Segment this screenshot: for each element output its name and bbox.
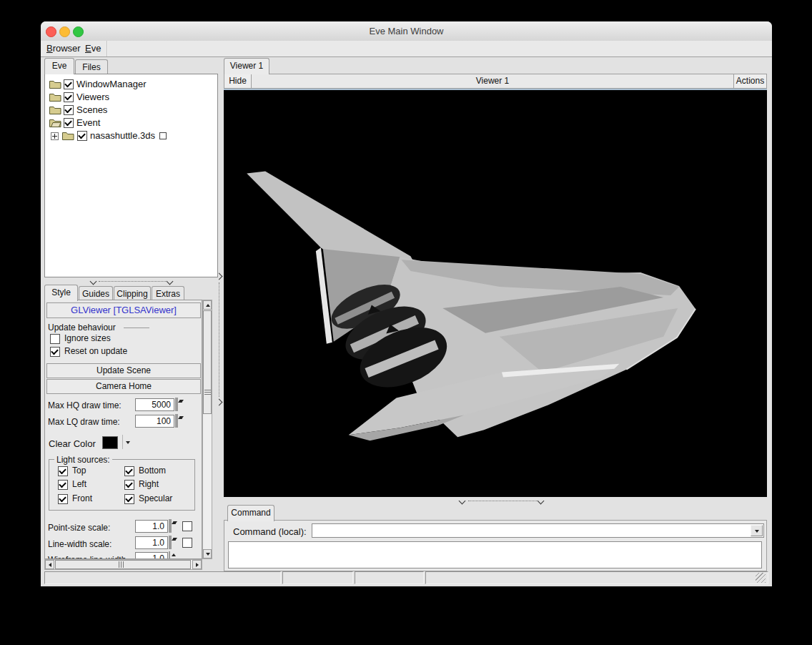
- hscroll-thumb[interactable]: [55, 560, 191, 569]
- tab-eve[interactable]: Eve: [44, 58, 74, 74]
- tab-clipping[interactable]: Clipping: [114, 286, 151, 301]
- eve-tree-view[interactable]: WindowManager Viewers Scenes Event nasas…: [44, 74, 218, 277]
- clear-color-dropdown-icon[interactable]: [126, 441, 130, 444]
- command-dropdown-button[interactable]: [751, 525, 763, 536]
- tree-item-viewers[interactable]: Viewers: [49, 92, 214, 103]
- line-width-label: Line-width scale:: [48, 539, 112, 549]
- tab-extras[interactable]: Extras: [152, 286, 184, 301]
- scroll-right-button[interactable]: [192, 560, 202, 569]
- ignore-sizes-checkbox[interactable]: [50, 334, 60, 344]
- max-hq-label: Max HQ draw time:: [48, 400, 122, 410]
- light-top-checkbox[interactable]: [58, 466, 68, 476]
- line-width-checkbox[interactable]: [182, 538, 192, 548]
- menubar: Browser Eve: [41, 41, 772, 57]
- clear-color-swatch[interactable]: [102, 436, 118, 449]
- tree-item-label[interactable]: Viewers: [76, 92, 109, 102]
- light-front-label[interactable]: Front: [72, 493, 92, 503]
- tree-expand-icon[interactable]: [51, 132, 59, 140]
- point-size-stepper[interactable]: [169, 520, 178, 533]
- max-hq-input[interactable]: 5000: [135, 398, 174, 411]
- splitter-chevron-icon: [216, 273, 223, 280]
- tree-item-nasashuttle[interactable]: nasashuttle.3ds: [51, 130, 215, 142]
- light-specular-checkbox[interactable]: [124, 494, 134, 504]
- wireframe-input[interactable]: 1.0: [135, 552, 168, 559]
- folder-icon: [49, 92, 61, 102]
- shuttle-model: [224, 90, 766, 497]
- style-panel-vscrollbar[interactable]: [202, 300, 212, 559]
- light-left-checkbox[interactable]: [58, 480, 68, 490]
- max-lq-stepper[interactable]: [175, 415, 184, 428]
- splitter-chevron-icon: [167, 278, 174, 285]
- line-width-stepper[interactable]: [169, 536, 178, 549]
- menu-eve[interactable]: Eve: [85, 43, 101, 54]
- tree-item-label[interactable]: Scenes: [76, 104, 107, 115]
- command-output[interactable]: [228, 541, 762, 568]
- update-scene-button[interactable]: Update Scene: [46, 363, 201, 378]
- glviewer-button[interactable]: GLViewer [TGLSAViewer]: [46, 302, 201, 318]
- point-size-checkbox[interactable]: [182, 521, 192, 531]
- left-viewer-splitter[interactable]: [217, 74, 222, 568]
- tree-item-label[interactable]: nasashuttle.3ds: [90, 130, 155, 141]
- command-input[interactable]: [312, 523, 764, 538]
- tree-style-splitter[interactable]: [44, 277, 222, 285]
- light-bottom-label[interactable]: Bottom: [139, 466, 166, 476]
- tab-viewer-1[interactable]: Viewer 1: [224, 58, 269, 74]
- viewer-command-splitter[interactable]: [224, 497, 767, 505]
- reset-on-update-label[interactable]: Reset on update: [64, 346, 127, 356]
- gl-viewport[interactable]: [224, 89, 767, 497]
- tab-guides[interactable]: Guides: [79, 286, 113, 301]
- viewer-dock-header: Hide Viewer 1 Actions: [224, 74, 767, 89]
- tree-item-scenes[interactable]: Scenes: [49, 104, 214, 116]
- eve-main-window: Eve Main Window Browser Eve Eve Files Wi…: [41, 21, 772, 586]
- line-width-input[interactable]: 1.0: [135, 536, 168, 549]
- light-front-checkbox[interactable]: [58, 494, 68, 504]
- vscroll-thumb[interactable]: [203, 310, 212, 414]
- desktop: { "titlebar": { "title": "Eve Main Windo…: [0, 0, 812, 645]
- scroll-up-button[interactable]: [203, 300, 212, 310]
- tree-item-checkbox[interactable]: [64, 105, 74, 115]
- tree-item-windowmanager[interactable]: WindowManager: [49, 79, 214, 90]
- menubar-divider: [107, 41, 108, 56]
- resize-grip[interactable]: [756, 573, 766, 583]
- hide-button[interactable]: Hide: [224, 74, 252, 88]
- light-right-label[interactable]: Right: [139, 479, 159, 489]
- light-top-label[interactable]: Top: [72, 466, 86, 476]
- tree-item-checkbox[interactable]: [64, 92, 74, 102]
- command-panel: Command (local):: [224, 520, 767, 571]
- tree-item-marker-square[interactable]: [159, 132, 167, 139]
- viewer-dock-title: Viewer 1: [252, 74, 733, 88]
- light-right-checkbox[interactable]: [124, 480, 134, 490]
- reset-on-update-checkbox[interactable]: [50, 347, 60, 357]
- tree-item-label[interactable]: Event: [76, 117, 100, 128]
- menu-browser[interactable]: Browser: [46, 43, 81, 54]
- status-cell-4: [425, 571, 768, 584]
- command-local-label: Command (local):: [233, 526, 307, 537]
- tree-item-event[interactable]: Event: [49, 117, 214, 129]
- tree-item-checkbox[interactable]: [64, 79, 74, 89]
- titlebar[interactable]: Eve Main Window: [41, 21, 772, 41]
- style-panel: GLViewer [TGLSAViewer] Update behaviour …: [44, 300, 202, 559]
- max-lq-input[interactable]: 100: [135, 415, 174, 428]
- light-left-label[interactable]: Left: [72, 479, 86, 489]
- tree-item-checkbox[interactable]: [77, 131, 87, 141]
- scroll-down-button[interactable]: [203, 549, 212, 558]
- camera-home-button[interactable]: Camera Home: [46, 379, 201, 394]
- point-size-input[interactable]: 1.0: [135, 520, 168, 533]
- light-bottom-checkbox[interactable]: [124, 466, 134, 476]
- wireframe-stepper[interactable]: [169, 552, 178, 559]
- tab-style[interactable]: Style: [44, 285, 78, 301]
- status-cell-3: [355, 571, 424, 584]
- actions-button[interactable]: Actions: [733, 74, 766, 88]
- window-title: Eve Main Window: [41, 26, 772, 36]
- tab-command[interactable]: Command: [227, 505, 274, 521]
- tree-item-checkbox[interactable]: [64, 118, 74, 128]
- tab-files[interactable]: Files: [75, 59, 108, 74]
- style-panel-hscrollbar[interactable]: [44, 559, 202, 570]
- max-hq-stepper[interactable]: [175, 398, 184, 411]
- scroll-left-button[interactable]: [45, 560, 54, 569]
- ignore-sizes-label[interactable]: Ignore sizes: [64, 333, 111, 343]
- splitter-chevron-icon: [538, 498, 545, 505]
- light-specular-label[interactable]: Specular: [139, 493, 172, 503]
- tree-item-label[interactable]: WindowManager: [76, 79, 147, 89]
- open-folder-icon: [49, 118, 61, 128]
